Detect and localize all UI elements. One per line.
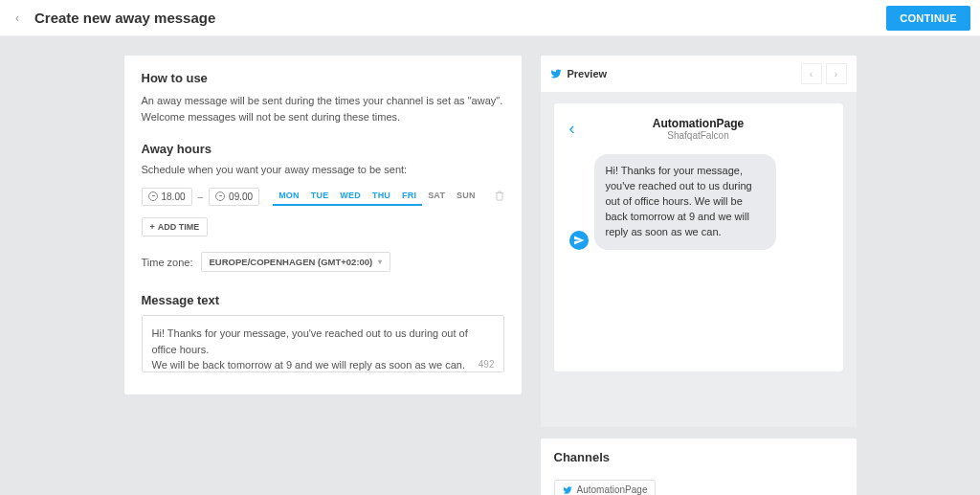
plus-icon: + <box>150 222 155 232</box>
start-time-value: 18.00 <box>162 191 186 202</box>
days-picker: MONTUEWEDTHUFRISATSUN <box>273 187 481 206</box>
preview-nav: ‹ › <box>801 63 847 84</box>
day-wed[interactable]: WED <box>334 187 367 206</box>
phone-handle: ShafqatFalcon <box>569 130 828 141</box>
delete-icon[interactable] <box>495 191 504 203</box>
back-chevron-icon[interactable]: ‹ <box>10 8 25 29</box>
time-dash: – <box>198 191 204 202</box>
char-count: 492 <box>479 359 495 370</box>
day-sat[interactable]: SAT <box>422 187 451 206</box>
day-mon[interactable]: MON <box>273 187 305 206</box>
day-fri[interactable]: FRI <box>396 187 422 206</box>
preview-card: Preview ‹ › ‹ AutomationPage ShafqatFalc… <box>541 56 857 427</box>
phone-title-wrap: AutomationPage ShafqatFalcon <box>569 117 828 141</box>
channel-chip[interactable]: AutomationPage <box>554 480 657 495</box>
start-time-input[interactable]: 18.00 <box>142 188 192 206</box>
twitter-icon <box>550 68 562 79</box>
timezone-select[interactable]: EUROPE/COPENHAGEN (GMT+02:00) ▾ <box>201 252 391 272</box>
timezone-value: EUROPE/COPENHAGEN (GMT+02:00) <box>210 257 373 267</box>
preview-next-button[interactable]: › <box>826 63 847 84</box>
timezone-label: Time zone: <box>142 257 193 268</box>
right-column: Preview ‹ › ‹ AutomationPage ShafqatFalc… <box>541 56 857 495</box>
phone-header: ‹ AutomationPage ShafqatFalcon <box>569 117 828 141</box>
end-time-value: 09.00 <box>229 191 253 202</box>
preview-prev-button[interactable]: ‹ <box>801 63 822 84</box>
channels-heading: Channels <box>554 450 843 464</box>
avatar-icon <box>573 235 585 246</box>
day-thu[interactable]: THU <box>367 187 396 206</box>
preview-header-left: Preview <box>550 68 608 79</box>
twitter-icon <box>563 485 572 495</box>
page-title: Create new away message <box>34 10 215 26</box>
away-hours-row: 18.00 – 09.00 MONTUEWEDTHUFRISATSUN <box>142 187 504 206</box>
content-area: How to use An away message will be sent … <box>0 36 980 495</box>
phone-page-name: AutomationPage <box>569 117 828 130</box>
add-time-button[interactable]: + ADD TIME <box>142 217 209 236</box>
how-to-use-heading: How to use <box>142 71 504 85</box>
continue-button[interactable]: CONTINUE <box>886 6 970 31</box>
add-time-label: ADD TIME <box>158 222 200 232</box>
clock-icon <box>215 191 225 201</box>
top-bar-left: ‹ Create new away message <box>10 8 215 29</box>
message-row: Hi! Thanks for your message, you've reac… <box>569 154 828 250</box>
form-card: How to use An away message will be sent … <box>124 56 522 394</box>
day-tue[interactable]: TUE <box>305 187 335 206</box>
top-bar: ‹ Create new away message CONTINUE <box>0 0 980 36</box>
timezone-row: Time zone: EUROPE/COPENHAGEN (GMT+02:00)… <box>142 252 504 272</box>
preview-body: ‹ AutomationPage ShafqatFalcon Hi! Thank… <box>541 92 857 427</box>
message-bubble: Hi! Thanks for your message, you've reac… <box>594 154 776 250</box>
away-hours-heading: Away hours <box>142 142 504 156</box>
phone-back-icon[interactable]: ‹ <box>569 119 575 139</box>
avatar <box>569 231 589 250</box>
channels-list: AutomationPage <box>554 472 843 495</box>
channel-label: AutomationPage <box>577 484 648 495</box>
clock-icon <box>148 191 158 201</box>
chevron-down-icon: ▾ <box>378 258 382 266</box>
message-text-heading: Message text <box>142 293 504 307</box>
preview-header: Preview ‹ › <box>541 56 857 92</box>
channels-card: Channels AutomationPage <box>541 439 857 495</box>
away-hours-desc: Schedule when you want your away message… <box>142 164 504 175</box>
message-textarea[interactable] <box>142 315 504 372</box>
message-text-wrap: 492 <box>142 315 504 375</box>
phone-mock: ‹ AutomationPage ShafqatFalcon Hi! Thank… <box>554 103 843 371</box>
day-sun[interactable]: SUN <box>451 187 481 206</box>
end-time-input[interactable]: 09.00 <box>209 188 259 206</box>
how-to-use-desc: An away message will be sent during the … <box>142 93 504 124</box>
preview-title: Preview <box>568 68 608 79</box>
